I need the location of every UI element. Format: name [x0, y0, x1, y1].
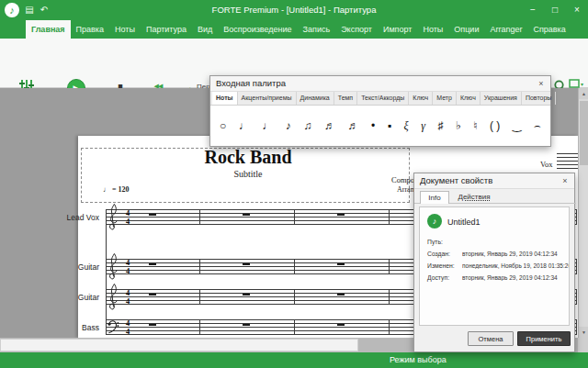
palette-titlebar[interactable]: Входная палитра ×	[210, 76, 550, 92]
properties-content: ♪ Untitled1 Путь: Создан: вторник, Январ…	[419, 206, 570, 326]
sixteenth-notes-symbol[interactable]: ♬	[324, 120, 335, 131]
menu-tab-noty-2[interactable]: Ноты	[417, 20, 448, 39]
menu-tab-pravka[interactable]: Правка	[71, 20, 109, 39]
properties-tabs: Info Действия	[414, 189, 576, 204]
menu-tab-partitura[interactable]: Партитура	[141, 20, 192, 39]
menu-tab-zapis[interactable]: Запись	[298, 20, 336, 39]
field-label-created: Создан:	[427, 251, 462, 257]
menu-tab-spravka[interactable]: Справка	[527, 20, 571, 39]
time-signature-denominator: 4	[124, 328, 131, 336]
time-signature-denominator: 4	[124, 297, 131, 306]
document-name: Untitled1	[447, 217, 481, 227]
apply-button[interactable]: Применить	[517, 331, 571, 346]
staff-label-bass[interactable]: Bass	[35, 323, 99, 332]
status-mode-text: Режим выбора	[390, 352, 447, 368]
document-properties-window[interactable]: Документ свойств × Info Действия ♪ Untit…	[413, 173, 575, 352]
vertical-scrollbar[interactable]: ▲ ▼	[578, 88, 588, 338]
natural-symbol[interactable]: ♮	[473, 120, 477, 131]
menu-tab-vosproizvedenie[interactable]: Воспроизведение	[218, 20, 297, 39]
menu-tab-arranger[interactable]: Arranger	[484, 20, 527, 39]
quarter-note-symbol[interactable]: ♩	[262, 120, 273, 131]
field-label-modified: Изменен:	[427, 262, 462, 269]
field-label-path: Путь:	[427, 239, 462, 245]
menu-tab-opcii[interactable]: Опции	[448, 20, 484, 39]
app-window: ♪ ▤ ↶ FORTE Premium - [Untitled1] - Парт…	[0, 0, 588, 368]
palette-tab-klyuch[interactable]: Ключ	[409, 92, 433, 105]
palette-title: Входная палитра	[216, 78, 286, 88]
tab-actions[interactable]: Действия	[453, 191, 495, 204]
treble-clef-icon	[107, 283, 119, 310]
palette-tab-tekst-akkordy[interactable]: Текст/Аккорды	[357, 92, 409, 105]
menu-tab-import[interactable]: Импорт	[378, 20, 417, 39]
scroll-down-button[interactable]: ▼	[579, 327, 588, 338]
properties-title: Документ свойств	[420, 175, 492, 185]
properties-titlebar[interactable]: Документ свойств ×	[414, 173, 574, 189]
palette-tab-ukrasheniya[interactable]: Украшения	[481, 92, 522, 105]
scrollbar-corner	[578, 338, 588, 352]
properties-close-icon[interactable]: ×	[560, 173, 571, 188]
window-title: FORTE Premium - [Untitled1] - Партитура	[0, 0, 588, 20]
close-button[interactable]: ×	[566, 0, 588, 20]
menu-bar: Главная Правка Ноты Партитура Вид Воспро…	[0, 20, 588, 39]
half-note-symbol[interactable]: ♩	[239, 120, 250, 131]
vox-staff-fragment[interactable]	[557, 153, 579, 169]
eighth-note-symbol[interactable]: ♪	[286, 120, 291, 131]
beamed-eighth-notes-symbol[interactable]: ♫	[303, 120, 311, 131]
staff-label-lead-vox[interactable]: Lead Vox	[35, 213, 99, 222]
tab-info[interactable]: Info	[420, 191, 449, 204]
vertical-scroll-thumb[interactable]	[580, 101, 588, 165]
tempo-marking[interactable]: ♩ = 120	[103, 185, 130, 194]
tie-symbol[interactable]: ‿	[513, 120, 522, 131]
document-icon: ♪	[427, 214, 442, 229]
maximize-button[interactable]: □	[544, 0, 566, 20]
field-value-created: вторник, Январь 29, 2019 04:12:34	[462, 251, 569, 257]
vox-part-label[interactable]: Vox	[540, 160, 553, 169]
cancel-button[interactable]: Отмена	[468, 331, 514, 346]
palette-close-icon[interactable]: ×	[536, 76, 547, 91]
menu-tab-glavnaya[interactable]: Главная	[26, 20, 71, 39]
bass-clef-icon	[107, 319, 119, 334]
augmentation-dot-symbol[interactable]: •	[371, 120, 375, 131]
field-label-accessed: Доступ:	[427, 274, 462, 281]
treble-clef-icon	[107, 203, 119, 230]
staff-label-guitar-2[interactable]: Guitar	[35, 293, 99, 302]
horizontal-scroll-thumb[interactable]	[0, 339, 358, 351]
scroll-up-button[interactable]: ▲	[579, 88, 588, 99]
titlebar: ♪ ▤ ↶ FORTE Premium - [Untitled1] - Парт…	[0, 0, 588, 20]
palette-symbols-row: ○ ♩ ♩ ♪ ♫ ♬ ♬ • ▪ ξ γ ♯ ♭ ♮ ( ) ‿ ⌢	[210, 106, 550, 146]
app-mode-icon	[569, 79, 580, 88]
eighth-rest-symbol[interactable]: γ	[421, 120, 425, 131]
staff-label-guitar-1[interactable]: Guitar	[35, 262, 99, 272]
time-signature-denominator: 4	[124, 217, 131, 226]
sharp-symbol[interactable]: ♯	[437, 120, 443, 131]
palette-tab-dinamika[interactable]: Динамика	[297, 92, 334, 105]
quarter-rest-symbol[interactable]: ξ	[404, 120, 409, 131]
field-value-modified: понедельник, Ноябрь 19, 2018 01:35:20	[462, 262, 569, 269]
menu-tab-eksport[interactable]: Экспорт	[335, 20, 378, 39]
palette-tab-temp[interactable]: Темп	[334, 92, 357, 105]
palette-tab-noty[interactable]: Ноты	[212, 92, 238, 105]
score-subtitle[interactable]: Subtitle	[129, 169, 368, 179]
menu-tab-noty[interactable]: Ноты	[109, 20, 141, 39]
input-palette-window[interactable]: Входная палитра × Ноты Акценты/приемы Ди…	[209, 75, 551, 147]
palette-tab-metr[interactable]: Метр	[433, 92, 457, 105]
thirty-second-notes-symbol[interactable]: ♬	[347, 120, 358, 131]
chevron-down-icon: ▾	[581, 81, 583, 87]
score-title[interactable]: Rock Band	[129, 147, 368, 168]
palette-tab-akcenty[interactable]: Акценты/приемы	[238, 92, 297, 105]
field-value-accessed: вторник, Январь 29, 2019 04:12:34	[462, 274, 569, 281]
treble-clef-icon	[107, 252, 119, 280]
menu-tab-vid[interactable]: Вид	[192, 20, 218, 39]
whole-note-symbol[interactable]: ○	[220, 120, 226, 131]
status-bar: Режим выбора	[0, 352, 588, 368]
whole-rest-symbol[interactable]: ▪	[388, 120, 391, 131]
flat-symbol[interactable]: ♭	[456, 120, 461, 131]
minimize-button[interactable]: −	[522, 0, 544, 20]
palette-tabs: Ноты Акценты/приемы Динамика Темп Текст/…	[210, 92, 550, 106]
palette-tab-povtory[interactable]: Повторы	[522, 92, 556, 105]
slur-symbol[interactable]: ⌢	[534, 120, 541, 131]
parentheses-symbol[interactable]: ( )	[490, 120, 500, 131]
time-signature-denominator: 4	[124, 267, 131, 275]
palette-tab-klyuch-2[interactable]: Ключ	[457, 92, 481, 105]
